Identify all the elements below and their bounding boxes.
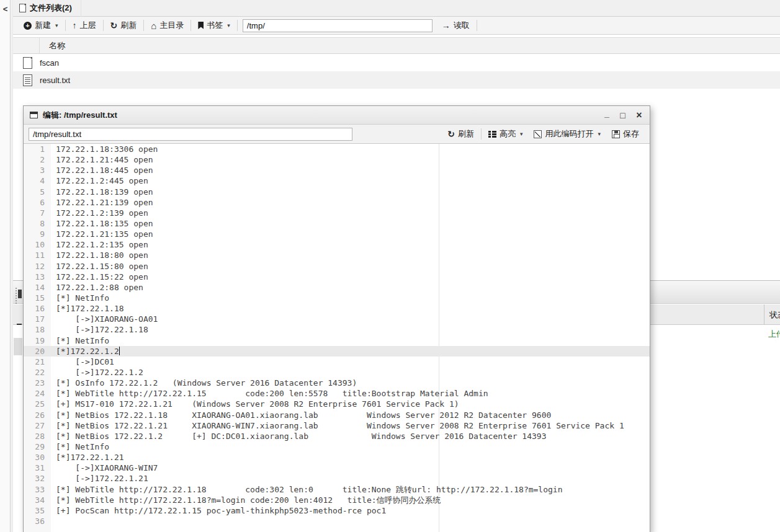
code-line[interactable]: 2 172.22.1.21:445 open — [24, 154, 650, 165]
line-text: 172.22.1.21:445 open — [51, 154, 650, 165]
editor-titlebar[interactable]: 编辑: /tmp/result.txt _ □ × — [24, 106, 650, 125]
line-number: 24 — [24, 388, 51, 399]
toolbar-divider — [143, 20, 144, 31]
line-number: 17 — [24, 314, 51, 324]
save-button[interactable]: 保存 — [606, 125, 645, 143]
highlight-button[interactable]: 高亮 ▾ — [483, 125, 529, 143]
code-line[interactable]: 20 [*]172.22.1.2 — [24, 346, 650, 357]
line-text: [*] WebTitle http://172.22.1.18 code:302… — [51, 484, 650, 495]
code-line[interactable]: 27 [*] NetBios 172.22.1.21 XIAORANG-WIN7… — [24, 420, 650, 431]
scrollbar-thumb[interactable] — [14, 338, 22, 355]
line-number: 11 — [24, 250, 51, 260]
refresh-icon — [110, 20, 118, 30]
code-line[interactable]: 15 [*] NetInfo — [24, 293, 650, 303]
line-text: 172.22.1.18:3306 open — [51, 144, 650, 154]
code-line[interactable]: 26 [*] NetBios 172.22.1.18 XIAORANG-OA01… — [24, 410, 650, 420]
line-text: [*] NetInfo — [51, 335, 650, 346]
line-text: [->]172.22.1.21 — [51, 473, 650, 484]
splitter-handle[interactable] — [16, 288, 17, 304]
path-input[interactable] — [243, 19, 433, 32]
line-number: 7 — [24, 208, 51, 218]
line-number: 23 — [24, 378, 51, 388]
code-line[interactable]: 16 [*]172.22.1.18 — [24, 303, 650, 314]
home-icon — [151, 20, 156, 31]
name-column-header[interactable]: 名称 — [40, 40, 65, 51]
code-line[interactable]: 22 [->]172.22.1.2 — [24, 367, 650, 378]
maximize-button[interactable]: □ — [619, 111, 627, 120]
code-line[interactable]: 8 172.22.1.18:135 open — [24, 218, 650, 229]
toolbar-divider — [237, 20, 238, 31]
window-controls: _ □ × — [603, 111, 643, 120]
save-icon — [612, 130, 620, 138]
refresh-button[interactable]: 刷新 — [105, 17, 143, 35]
bookmark-button[interactable]: 书签 ▾ — [192, 17, 236, 35]
code-line[interactable]: 28 [*] NetBios 172.22.1.2 [+] DC:DC01.xi… — [24, 431, 650, 441]
editor-refresh-button[interactable]: 刷新 — [442, 125, 480, 143]
code-line[interactable]: 25 [+] MS17-010 172.22.1.21 (Windows Ser… — [24, 399, 650, 409]
code-line[interactable]: 5 172.22.1.18:139 open — [24, 187, 650, 197]
close-button[interactable]: × — [635, 111, 643, 120]
bookmark-icon — [198, 22, 204, 29]
code-line[interactable]: 12 172.22.1.15:80 open — [24, 261, 650, 272]
line-number: 13 — [24, 272, 51, 282]
editor-path-input[interactable] — [29, 128, 352, 141]
code-line[interactable]: 32 [->]172.22.1.21 — [24, 473, 650, 484]
code-line[interactable]: 31 [->]XIAORANG-WIN7 — [24, 463, 650, 473]
code-line[interactable]: 35 [+] PocScan http://172.22.1.15 poc-ya… — [24, 505, 650, 516]
text-cursor — [119, 347, 120, 355]
code-line[interactable]: 3 172.22.1.18:445 open — [24, 165, 650, 175]
code-line[interactable]: 21 [->]DC01 — [24, 357, 650, 367]
file-row-result-txt[interactable]: result.txt — [13, 71, 780, 89]
code-line[interactable]: 34 [*] WebTitle http://172.22.1.18?m=log… — [24, 495, 650, 505]
line-number: 25 — [24, 399, 51, 409]
line-number: 9 — [24, 229, 51, 239]
code-line[interactable]: 18 [->]172.22.1.18 — [24, 324, 650, 335]
code-line[interactable]: 30 [*]172.22.1.21 — [24, 452, 650, 463]
code-line[interactable]: 17 [->]XIAORANG-OA01 — [24, 314, 650, 324]
sidebar-collapse-button[interactable]: < — [1, 3, 10, 16]
minimize-button[interactable]: _ — [603, 111, 611, 120]
upload-status-text: 上传成功 — [768, 329, 780, 340]
toolbar-divider — [477, 20, 477, 31]
code-line[interactable]: 9 172.22.1.21:135 open — [24, 229, 650, 239]
code-line[interactable]: 36 — [24, 516, 650, 526]
open-with-encoding-button[interactable]: 用此编码打开 ▾ — [528, 125, 606, 143]
code-line[interactable]: 29 [*] NetInfo — [24, 441, 650, 452]
code-line[interactable]: 4 172.22.1.2:445 open — [24, 175, 650, 186]
code-line[interactable]: 7 172.22.1.2:139 open — [24, 208, 650, 218]
line-number: 30 — [24, 452, 51, 463]
collapsed-sidebar-rail: < — [0, 0, 11, 532]
code-line[interactable]: 6 172.22.1.21:139 open — [24, 197, 650, 208]
line-number: 12 — [24, 261, 51, 272]
line-number: 26 — [24, 410, 51, 420]
line-number: 19 — [24, 335, 51, 346]
code-lines: 1 172.22.1.18:3306 open 2 172.22.1.21:44… — [24, 144, 650, 526]
code-line[interactable]: 23 [*] OsInfo 172.22.1.2 (Windows Server… — [24, 378, 650, 388]
code-editor[interactable]: 1 172.22.1.18:3306 open 2 172.22.1.21:44… — [24, 144, 650, 532]
line-number: 20 — [24, 346, 51, 357]
arrow-right-icon — [442, 20, 451, 30]
code-line[interactable]: 19 [*] NetInfo — [24, 335, 650, 346]
code-line[interactable]: 11 172.22.1.18:80 open — [24, 250, 650, 260]
file-row-fscan[interactable]: fscan — [13, 54, 780, 71]
editor-title: 编辑: /tmp/result.txt — [43, 110, 603, 121]
line-text — [51, 516, 650, 526]
code-line[interactable]: 24 [*] WebTitle http://172.22.1.15 code:… — [24, 388, 650, 399]
line-text: [*] NetBios 172.22.1.18 XIAORANG-OA01.xi… — [51, 410, 650, 420]
up-directory-button[interactable]: 上层 — [67, 17, 102, 35]
code-line[interactable]: 1 172.22.1.18:3306 open — [24, 144, 650, 154]
tab-file-list[interactable]: 文件列表(2) — [13, 0, 81, 17]
line-text: [->]172.22.1.18 — [51, 324, 650, 335]
list-icon — [488, 131, 496, 138]
line-number: 4 — [24, 175, 51, 186]
code-line[interactable]: 10 172.22.1.2:135 open — [24, 239, 650, 250]
read-button[interactable]: 读取 — [436, 17, 475, 35]
new-button[interactable]: 新建 ▾ — [18, 17, 64, 35]
toolbar-divider — [191, 20, 191, 31]
tab-file-list-label: 文件列表(2) — [30, 2, 72, 14]
code-line[interactable]: 13 172.22.1.15:22 open — [24, 272, 650, 282]
code-line[interactable]: 14 172.22.1.2:88 open — [24, 282, 650, 293]
code-line[interactable]: 33 [*] WebTitle http://172.22.1.18 code:… — [24, 484, 650, 495]
line-text: [*]172.22.1.18 — [51, 303, 650, 314]
home-directory-button[interactable]: 主目录 — [145, 17, 189, 35]
